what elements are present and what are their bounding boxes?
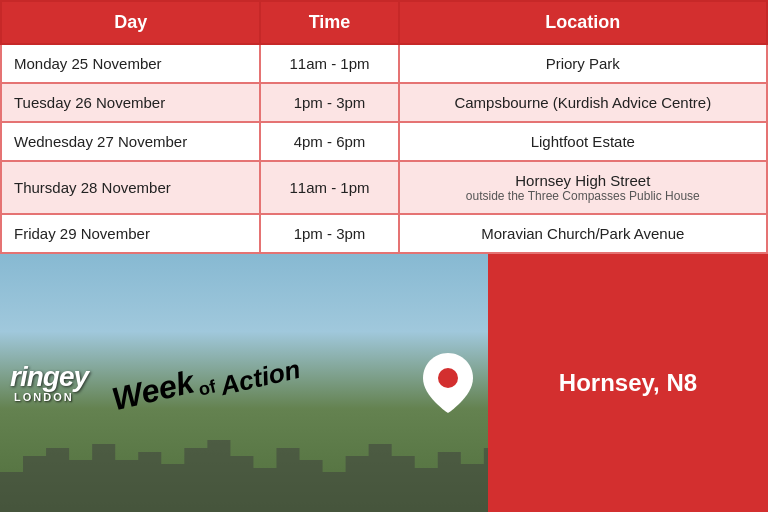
location-label-box: Hornsey, N8 — [488, 254, 768, 512]
cell-time: 4pm - 6pm — [260, 122, 398, 161]
london-label: LONDON — [14, 391, 74, 403]
cell-location-sub: outside the Three Compasses Public House — [412, 189, 754, 203]
location-city-label: Hornsey, N8 — [559, 369, 697, 397]
cell-location: Moravian Church/Park Avenue — [399, 214, 767, 253]
table-row: Thursday 28 November11am - 1pmHornsey Hi… — [1, 161, 767, 214]
col-header-day: Day — [1, 1, 260, 44]
bottom-banner: ringey LONDON Week of Action Hornsey, N8 — [0, 254, 768, 512]
cell-location: Priory Park — [399, 44, 767, 83]
cell-day: Thursday 28 November — [1, 161, 260, 214]
cell-day: Monday 25 November — [1, 44, 260, 83]
cell-location: Campsbourne (Kurdish Advice Centre) — [399, 83, 767, 122]
svg-point-0 — [438, 368, 458, 388]
schedule-table: Day Time Location Monday 25 November11am… — [0, 0, 768, 254]
cell-time: 11am - 1pm — [260, 161, 398, 214]
cell-location: Hornsey High Streetoutside the Three Com… — [399, 161, 767, 214]
banner-right-section: Hornsey, N8 — [408, 254, 768, 512]
cell-time: 1pm - 3pm — [260, 214, 398, 253]
action-text: Action — [218, 356, 303, 400]
table-row: Friday 29 November1pm - 3pmMoravian Chur… — [1, 214, 767, 253]
location-pin-area — [408, 353, 488, 413]
cell-time: 1pm - 3pm — [260, 83, 398, 122]
cell-day: Tuesday 26 November — [1, 83, 260, 122]
banner-left-section: ringey LONDON Week of Action — [10, 363, 301, 403]
cell-day: Wednesday 27 November — [1, 122, 260, 161]
cell-location: Lightfoot Estate — [399, 122, 767, 161]
haringey-name: ringey — [10, 363, 88, 391]
main-container: Day Time Location Monday 25 November11am… — [0, 0, 768, 512]
table-row: Monday 25 November11am - 1pmPriory Park — [1, 44, 767, 83]
of-text: of — [197, 376, 218, 400]
haringey-logo: ringey LONDON — [10, 363, 88, 403]
col-header-time: Time — [260, 1, 398, 44]
table-row: Wednesday 27 November4pm - 6pmLightfoot … — [1, 122, 767, 161]
location-pin-icon — [423, 353, 473, 413]
table-row: Tuesday 26 November1pm - 3pmCampsbourne … — [1, 83, 767, 122]
cell-day: Friday 29 November — [1, 214, 260, 253]
schedule-table-section: Day Time Location Monday 25 November11am… — [0, 0, 768, 254]
cell-time: 11am - 1pm — [260, 44, 398, 83]
col-header-location: Location — [399, 1, 767, 44]
